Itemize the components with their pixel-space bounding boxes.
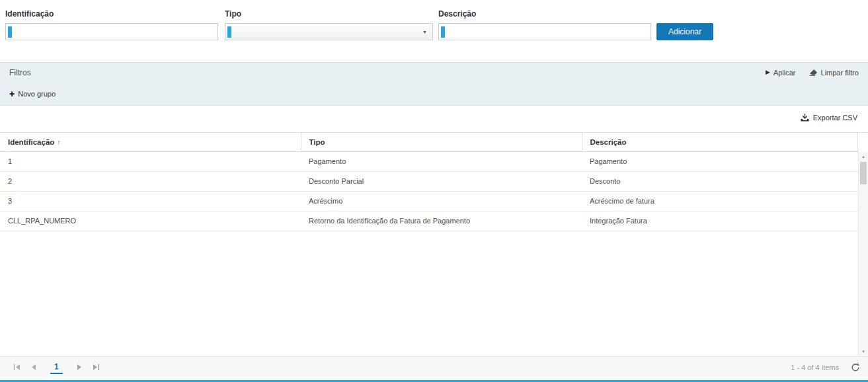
cell-identificacao: 2 bbox=[0, 171, 301, 191]
column-header-identificacao[interactable]: Identificação↑ bbox=[0, 133, 301, 151]
prev-page-icon bbox=[31, 364, 36, 370]
field-descricao: Descrição bbox=[438, 9, 651, 40]
last-page-button[interactable] bbox=[88, 359, 105, 376]
descricao-label: Descrição bbox=[438, 9, 651, 19]
next-page-button[interactable] bbox=[71, 359, 88, 376]
last-page-icon bbox=[93, 364, 100, 370]
cell-identificacao: 3 bbox=[0, 191, 301, 211]
new-group-button[interactable]: + Novo grupo bbox=[9, 89, 56, 98]
input-focus-bar bbox=[8, 26, 12, 38]
export-csv-button[interactable]: Exportar CSV bbox=[801, 114, 857, 122]
scrollbar-thumb[interactable] bbox=[860, 162, 867, 184]
descricao-input-field[interactable] bbox=[447, 24, 649, 40]
cell-tipo: Desconto Parcial bbox=[301, 171, 582, 191]
grid-table: Identificação↑ Tipo Descrição 1 Pagament… bbox=[0, 133, 858, 231]
identificacao-label: Identificação bbox=[5, 9, 218, 19]
sort-asc-icon: ↑ bbox=[57, 138, 61, 146]
clear-filter-button[interactable]: Limpar filtro bbox=[809, 69, 859, 77]
cell-descricao: Desconto bbox=[582, 171, 858, 191]
table-row[interactable]: 1 Pagamento Pagamento bbox=[0, 151, 858, 171]
prev-page-button[interactable] bbox=[25, 359, 42, 376]
column-label: Descrição bbox=[590, 138, 627, 146]
cell-descricao: Pagamento bbox=[582, 151, 858, 171]
apply-filter-button[interactable]: ▶ Aplicar bbox=[766, 69, 796, 77]
table-row[interactable]: 3 Acréscimo Acréscimo de fatura bbox=[0, 191, 858, 211]
filters-actions: ▶ Aplicar Limpar filtro bbox=[766, 69, 859, 77]
column-header-descricao[interactable]: Descrição bbox=[582, 133, 858, 151]
current-page[interactable]: 1 bbox=[50, 360, 63, 374]
column-header-tipo[interactable]: Tipo bbox=[301, 133, 582, 151]
filters-panel: Filtros ▶ Aplicar Limpar filtro + Novo g… bbox=[0, 62, 868, 106]
apply-icon: ▶ bbox=[766, 69, 770, 75]
plus-icon: + bbox=[9, 89, 15, 98]
first-page-icon bbox=[13, 364, 20, 370]
scroll-up-icon[interactable]: ▲ bbox=[859, 155, 868, 159]
cell-identificacao: CLL_RPA_NUMERO bbox=[0, 211, 301, 231]
page-root: Identificação Tipo ▼ Descrição Adicionar… bbox=[0, 0, 868, 382]
refresh-button[interactable] bbox=[851, 363, 860, 372]
eraser-icon bbox=[809, 69, 818, 76]
next-page-icon bbox=[77, 364, 82, 370]
grid-header-row: Identificação↑ Tipo Descrição bbox=[0, 133, 858, 151]
input-focus-bar bbox=[441, 26, 445, 38]
new-group-label: Novo grupo bbox=[18, 90, 56, 98]
add-record-form: Identificação Tipo ▼ Descrição Adicionar bbox=[0, 0, 868, 40]
filters-header: Filtros ▶ Aplicar Limpar filtro bbox=[0, 63, 868, 83]
descricao-input[interactable] bbox=[438, 23, 651, 40]
field-tipo: Tipo ▼ bbox=[225, 9, 433, 40]
identificacao-input-field[interactable] bbox=[14, 24, 216, 40]
apply-filter-label: Aplicar bbox=[773, 69, 796, 77]
column-label: Tipo bbox=[309, 138, 325, 146]
table-row[interactable]: CLL_RPA_NUMERO Retorno da Identificação … bbox=[0, 211, 858, 231]
dropdown-arrow-icon: ▼ bbox=[422, 30, 427, 34]
tipo-select[interactable]: ▼ bbox=[225, 23, 433, 40]
export-row: Exportar CSV bbox=[0, 106, 868, 122]
cell-tipo: Acréscimo bbox=[301, 191, 582, 211]
column-label: Identificação bbox=[8, 138, 54, 146]
cell-identificacao: 1 bbox=[0, 151, 301, 171]
table-row[interactable]: 2 Desconto Parcial Desconto bbox=[0, 171, 858, 191]
cell-tipo: Pagamento bbox=[301, 151, 582, 171]
cell-tipo: Retorno da Identificação da Fatura de Pa… bbox=[301, 211, 582, 231]
data-grid: Identificação↑ Tipo Descrição 1 Pagament… bbox=[0, 132, 868, 356]
pager-info: 1 - 4 of 4 items bbox=[791, 363, 839, 371]
input-focus-bar bbox=[227, 26, 231, 38]
first-page-button[interactable] bbox=[8, 359, 25, 376]
filters-title: Filtros bbox=[9, 68, 31, 77]
refresh-icon bbox=[851, 363, 860, 372]
identificacao-input[interactable] bbox=[5, 23, 218, 40]
scroll-down-icon[interactable]: ▼ bbox=[859, 350, 868, 354]
pagination-bar: 1 1 - 4 of 4 items bbox=[0, 356, 868, 377]
vertical-scrollbar[interactable]: ▲ ▼ bbox=[858, 152, 868, 356]
cell-descricao: Integração Fatura bbox=[582, 211, 858, 231]
export-csv-label: Exportar CSV bbox=[813, 114, 857, 122]
adicionar-button[interactable]: Adicionar bbox=[656, 23, 713, 40]
tipo-label: Tipo bbox=[225, 9, 433, 19]
filters-body: + Novo grupo bbox=[0, 83, 868, 105]
export-csv-icon bbox=[801, 114, 809, 122]
clear-filter-label: Limpar filtro bbox=[821, 69, 859, 77]
field-identificacao: Identificação bbox=[5, 9, 218, 40]
cell-descricao: Acréscimo de fatura bbox=[582, 191, 858, 211]
